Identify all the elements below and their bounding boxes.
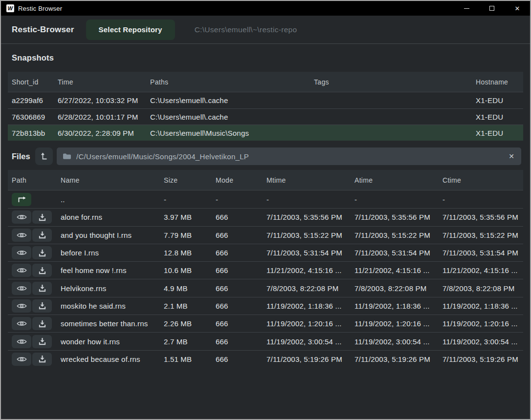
- maximize-button[interactable]: [479, 1, 505, 16]
- snapshot-hostname: X1-EDU: [472, 96, 523, 105]
- file-size: 4.9 MB: [160, 284, 212, 293]
- file-mode: 666: [212, 266, 263, 274]
- download-icon: [39, 302, 46, 310]
- file-ctime: 11/19/2002, 1:18:36 ...: [439, 302, 523, 310]
- restore-file-button[interactable]: [32, 335, 52, 348]
- file-mtime: 7/11/2003, 5:15:22 PM: [263, 231, 351, 239]
- preview-file-button[interactable]: [12, 353, 31, 366]
- file-row[interactable]: moskito he said.rns 2.1 MB 666 11/19/200…: [8, 297, 523, 315]
- snapshot-row[interactable]: a2299af6 6/27/2022, 10:03:32 PM C:\Users…: [8, 92, 523, 108]
- file-mtime: 11/19/2002, 1:18:36 ...: [263, 302, 351, 310]
- file-mode: -: [212, 195, 263, 204]
- parent-directory-row[interactable]: .. - - - - -: [8, 190, 523, 208]
- restore-file-button[interactable]: [32, 299, 52, 313]
- snapshots-heading: Snapshots: [1, 44, 530, 72]
- file-row[interactable]: wrecked because of.rns 1.51 MB 666 7/11/…: [8, 350, 523, 368]
- files-heading: Files: [12, 152, 35, 161]
- preview-file-button[interactable]: [12, 210, 31, 224]
- file-row[interactable]: feel home now !.rns 10.6 MB 666 11/21/20…: [8, 261, 523, 279]
- file-ctime: 11/19/2002, 3:00:54 ...: [439, 337, 523, 346]
- file-atime: 7/8/2003, 8:22:08 PM: [351, 284, 439, 293]
- row-actions: [8, 264, 57, 277]
- snapshot-short-id: 76306869: [8, 113, 54, 121]
- folder-icon: [63, 153, 71, 160]
- download-icon: [39, 267, 46, 274]
- file-mode: 666: [212, 302, 263, 310]
- file-row[interactable]: before I.rns 12.8 MB 666 7/11/2003, 5:31…: [8, 244, 523, 261]
- restore-file-button[interactable]: [32, 282, 52, 295]
- restore-file-button[interactable]: [32, 210, 52, 224]
- file-ctime: 11/21/2002, 4:15:16 ...: [439, 266, 523, 274]
- preview-file-button[interactable]: [12, 299, 31, 313]
- file-mode: 666: [212, 284, 263, 293]
- go-to-parent-button[interactable]: [12, 193, 31, 206]
- restore-file-button[interactable]: [32, 246, 52, 259]
- close-button[interactable]: ✕: [505, 1, 530, 16]
- window-controls: ✕: [454, 1, 530, 16]
- app-header: Restic-Browser Select Repository C:\User…: [1, 16, 530, 44]
- minimize-button[interactable]: [454, 1, 479, 16]
- file-row[interactable]: wonder how it.rns 2.7 MB 666 11/19/2002,…: [8, 332, 523, 350]
- file-size: 3.97 MB: [160, 213, 212, 221]
- file-row[interactable]: sometimes better than.rns 2.26 MB 666 11…: [8, 315, 523, 332]
- file-size: 12.8 MB: [160, 249, 212, 257]
- file-mtime: 11/19/2002, 3:00:54 ...: [263, 337, 351, 346]
- column-header-ctime: Ctime: [439, 176, 523, 184]
- file-atime: 7/11/2003, 5:31:54 PM: [351, 249, 439, 257]
- download-icon: [39, 213, 46, 221]
- download-icon: [39, 231, 46, 239]
- file-ctime: 7/8/2003, 8:22:08 PM: [439, 284, 523, 293]
- preview-file-button[interactable]: [12, 229, 31, 242]
- files-bar: Files /C/Users/emuell/Music/Songs/2004_H…: [1, 147, 530, 165]
- snapshot-row[interactable]: 76306869 6/28/2022, 10:01:17 PM C:\Users…: [8, 108, 523, 125]
- file-mode: 666: [212, 213, 263, 221]
- file-row[interactable]: and you thought I.rns 7.79 MB 666 7/11/2…: [8, 226, 523, 244]
- snapshot-time: 6/27/2022, 10:03:32 PM: [54, 96, 146, 105]
- download-icon: [39, 355, 46, 363]
- restore-file-button[interactable]: [32, 317, 52, 330]
- file-mtime: 7/11/2003, 5:31:54 PM: [263, 249, 351, 257]
- snapshot-paths: C:\Users\emuell\Music\Songs: [146, 129, 310, 137]
- file-mode: 666: [212, 355, 263, 363]
- column-header-mtime: Mtime: [263, 176, 351, 184]
- wails-logo-icon: W: [6, 4, 14, 12]
- restore-file-button[interactable]: [32, 229, 52, 242]
- snapshot-paths: C:\Users\emuell\.cache: [146, 113, 310, 121]
- restore-file-button[interactable]: [32, 264, 52, 277]
- file-atime: 11/19/2002, 1:20:16 ...: [351, 319, 439, 328]
- path-bar[interactable]: /C/Users/emuell/Music/Songs/2004_Helveti…: [57, 147, 521, 165]
- file-row[interactable]: Helvikone.rns 4.9 MB 666 7/8/2003, 8:22:…: [8, 279, 523, 296]
- row-actions: [8, 246, 57, 259]
- column-header-size: Size: [160, 176, 212, 184]
- dump-snapshot-button[interactable]: [35, 147, 53, 165]
- app-window: W Restic Browser ✕ Restic-Browser Select…: [0, 0, 531, 420]
- snapshot-row-selected[interactable]: 72b813bb 6/30/2022, 2:28:09 PM C:\Users\…: [8, 125, 523, 141]
- row-actions: [8, 193, 57, 206]
- file-atime: 11/21/2002, 4:15:16 ...: [351, 266, 439, 274]
- file-atime: -: [351, 195, 439, 204]
- column-header-time: Time: [54, 78, 146, 86]
- snapshots-table-header: Short_id Time Paths Tags Hostname: [8, 72, 523, 92]
- eye-icon: [17, 302, 27, 310]
- preview-file-button[interactable]: [12, 317, 31, 330]
- preview-file-button[interactable]: [12, 282, 31, 295]
- snapshot-time: 6/28/2022, 10:01:17 PM: [54, 113, 146, 121]
- file-mtime: 7/11/2003, 5:35:56 PM: [263, 213, 351, 221]
- preview-file-button[interactable]: [12, 335, 31, 348]
- file-ctime: -: [439, 195, 523, 204]
- title-bar: W Restic Browser ✕: [1, 1, 530, 16]
- row-actions: [8, 335, 57, 348]
- close-icon: ✕: [515, 5, 520, 12]
- select-repository-button[interactable]: Select Repository: [86, 20, 175, 40]
- snapshot-paths: C:\Users\emuell\.cache: [146, 96, 310, 105]
- restore-file-button[interactable]: [32, 353, 52, 366]
- file-ctime: 7/11/2003, 5:15:22 PM: [439, 231, 523, 239]
- file-row[interactable]: alone for.rns 3.97 MB 666 7/11/2003, 5:3…: [8, 208, 523, 226]
- file-mtime: 7/11/2003, 5:19:26 PM: [263, 355, 351, 363]
- preview-file-button[interactable]: [12, 246, 31, 259]
- preview-file-button[interactable]: [12, 264, 31, 277]
- parent-directory-arrow-icon: [17, 196, 26, 203]
- file-mode: 666: [212, 337, 263, 346]
- clear-path-button[interactable]: ✕: [508, 152, 515, 160]
- snapshot-hostname: X1-EDU: [472, 113, 523, 121]
